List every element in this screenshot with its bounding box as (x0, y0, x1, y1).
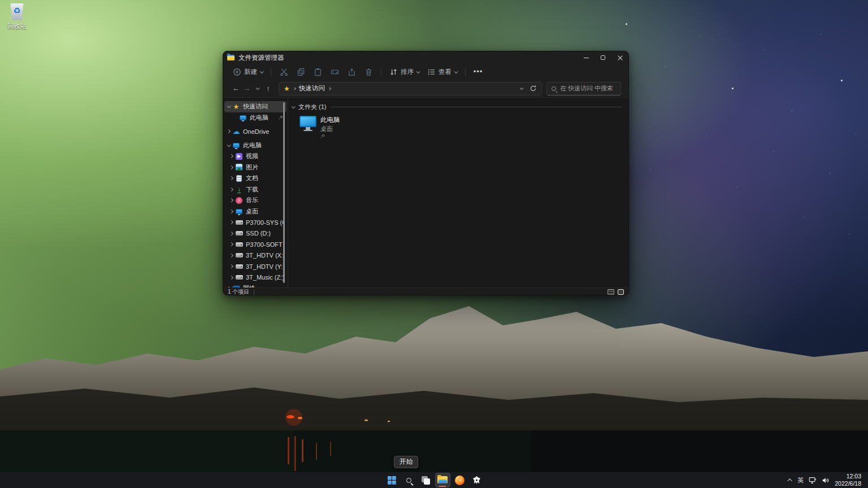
fox-head-app-icon (472, 476, 481, 485)
sidebar-scrollbar[interactable] (283, 102, 285, 283)
this-pc-monitor-icon (300, 116, 316, 132)
recycle-bin-shortcut[interactable]: ♻ 回收站 (2, 3, 32, 30)
sidebar-item-documents[interactable]: 文档 (224, 173, 287, 184)
chevron-right-icon (229, 188, 233, 191)
taskbar-search-button[interactable] (401, 473, 416, 487)
item-location: 桌面 (320, 125, 340, 133)
start-tooltip: 开始 (394, 456, 418, 468)
sidebar-item-drive-x[interactable]: 3T_HDTV (X:) (224, 250, 287, 262)
explorer-folder-icon (227, 55, 235, 61)
drive-icon (235, 273, 243, 281)
sidebar-item-downloads[interactable]: ↓ 下载 (224, 184, 287, 195)
more-options-button[interactable]: ••• (471, 65, 485, 79)
taskbar-firefox-button[interactable] (452, 473, 467, 487)
paste-icon (314, 68, 322, 76)
taskbar-app-button[interactable] (469, 473, 484, 487)
copy-button[interactable] (293, 65, 308, 79)
drive-icon (235, 251, 243, 259)
sidebar-item-onedrive[interactable]: ☁ OneDrive (224, 126, 287, 137)
item-name: 此电脑 (320, 116, 340, 124)
breadcrumb-field[interactable]: ★ 快速访问 (279, 82, 542, 95)
breadcrumb-separator-icon (293, 87, 296, 90)
status-separator (254, 290, 254, 295)
separator (271, 68, 271, 76)
chevron-down-icon (454, 69, 458, 73)
sidebar-item-music[interactable]: ♪ 音乐 (224, 195, 287, 206)
breadcrumb-separator-icon (328, 87, 331, 90)
search-input[interactable]: 在 快速访问 中搜索 (546, 82, 621, 95)
sidebar-item-this-pc[interactable]: 此电脑 (224, 140, 287, 151)
sidebar-item-drive-y[interactable]: 3T_HDTV (Y:) (224, 261, 287, 272)
rename-button[interactable] (327, 65, 342, 79)
chevron-right-icon (229, 276, 233, 280)
minimize-button[interactable] (578, 51, 594, 64)
sidebar-item-desktop[interactable]: 桌面 (224, 206, 287, 217)
task-view-icon (422, 476, 430, 485)
chevron-right-icon (229, 198, 233, 202)
sidebar-item-quick-access[interactable]: ★ 快速访问 (224, 101, 287, 112)
item-count: 1 个项目 (228, 288, 249, 295)
sidebar-item-drive-c[interactable]: P3700-SYS (C:) (224, 217, 287, 228)
drive-icon (235, 241, 243, 249)
group-header-folders[interactable]: 文件夹 (1) (292, 102, 625, 111)
forward-button[interactable]: → (241, 82, 252, 95)
chevron-down-icon (260, 69, 264, 73)
details-view-toggle-icon[interactable] (607, 289, 614, 295)
paste-button[interactable] (310, 65, 325, 79)
chevron-right-icon (229, 210, 233, 213)
taskbar: 英 12:03 2022/6/18 (0, 472, 868, 488)
view-list-icon (427, 68, 436, 76)
group-header-rule (331, 107, 623, 107)
pin-icon (320, 134, 340, 138)
breadcrumb-root[interactable]: 快速访问 (299, 84, 325, 93)
share-button[interactable] (344, 65, 359, 79)
share-icon (348, 68, 356, 76)
downloads-icon: ↓ (235, 185, 243, 193)
address-dropdown-icon[interactable] (520, 86, 524, 90)
sidebar-item-drive-d[interactable]: SSD (D:) (224, 228, 287, 239)
view-button[interactable]: 查看 (423, 65, 461, 79)
group-header-label: 文件夹 (1) (298, 103, 327, 111)
start-button[interactable] (384, 473, 400, 487)
chevron-right-icon (229, 154, 233, 158)
large-icons-view-toggle-icon[interactable] (618, 289, 624, 295)
drive-icon (235, 229, 243, 237)
monitor-icon (232, 141, 240, 149)
cut-button[interactable] (276, 65, 291, 79)
refresh-icon[interactable] (530, 85, 537, 92)
titlebar[interactable]: 文件资源管理器 (223, 51, 628, 64)
sidebar-item-videos[interactable]: ▶ 视频 (224, 151, 287, 162)
new-button[interactable]: 新建 (229, 65, 267, 79)
file-item-this-pc[interactable]: 此电脑 桌面 (300, 116, 418, 138)
chevron-right-icon (229, 264, 233, 268)
chevron-down-icon (292, 104, 296, 108)
sidebar-item-pictures[interactable]: 图片 (224, 162, 287, 173)
sidebar-item-this-pc-pinned[interactable]: 此电脑 (224, 112, 287, 124)
windows-logo-icon (388, 476, 396, 485)
maximize-button[interactable] (594, 51, 611, 64)
search-icon (406, 478, 411, 483)
sidebar-item-network[interactable]: 网络 (224, 283, 287, 287)
items-view: 文件夹 (1) 此电脑 桌面 (288, 98, 628, 287)
task-view-button[interactable] (418, 473, 433, 487)
sort-label: 排序 (401, 68, 414, 76)
sort-button[interactable]: 排序 (385, 65, 423, 79)
trash-icon (364, 68, 373, 76)
chevron-down-icon (256, 86, 260, 90)
window-title: 文件资源管理器 (238, 54, 284, 62)
separator (465, 68, 466, 76)
close-button[interactable] (611, 51, 628, 64)
sidebar-item-drive-e[interactable]: P3700-SOFT (E:) (224, 239, 287, 250)
chevron-down-icon (227, 143, 231, 147)
up-button[interactable]: ↑ (263, 82, 274, 95)
file-explorer-window: 文件资源管理器 新建 (223, 51, 629, 295)
recent-locations-button[interactable] (252, 82, 263, 95)
sidebar-item-drive-z[interactable]: 3T_Music (Z:) (224, 272, 287, 284)
back-button[interactable]: ← (231, 82, 241, 95)
drive-icon (235, 219, 243, 226)
music-icon: ♪ (235, 197, 243, 204)
desktop-icon (235, 207, 243, 215)
delete-button[interactable] (361, 65, 376, 79)
taskbar-file-explorer-button[interactable] (435, 473, 450, 487)
quick-access-star-icon: ★ (284, 85, 290, 92)
